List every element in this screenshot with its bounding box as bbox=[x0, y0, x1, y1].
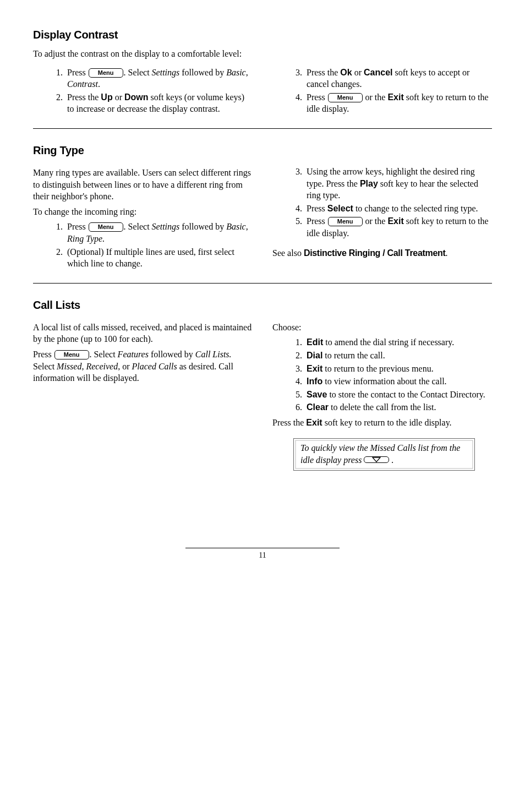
settings-text: Settings bbox=[152, 68, 180, 77]
text: or bbox=[352, 68, 364, 77]
text: to store the contact to the Contact Dire… bbox=[327, 390, 485, 399]
intro-call-lists: A local list of calls missed, received, … bbox=[33, 321, 253, 345]
dial-softkey: Dial bbox=[307, 351, 322, 360]
text: Press bbox=[67, 68, 88, 77]
exit-softkey: Exit bbox=[387, 216, 403, 226]
right-column: Using the arrow keys, highlight the desi… bbox=[272, 164, 492, 271]
placed-text: Placed Calls bbox=[132, 362, 177, 371]
page-number: 11 bbox=[33, 551, 492, 561]
choose-clear: Clear to delete the call from the list. bbox=[304, 401, 492, 413]
left-column: Many ring types are available. Users can… bbox=[33, 164, 253, 271]
text: to return the call. bbox=[322, 351, 385, 360]
text: Press bbox=[307, 92, 327, 102]
info-softkey: Info bbox=[307, 377, 322, 386]
text: Press bbox=[307, 216, 327, 226]
text: Press bbox=[307, 204, 327, 213]
text: . Select bbox=[124, 222, 152, 231]
features-text: Features bbox=[118, 350, 149, 359]
text: soft key to return to the idle display. bbox=[322, 418, 452, 427]
steps-right: Press the Ok or Cancel soft keys to acce… bbox=[272, 67, 492, 115]
select-softkey: Select bbox=[327, 204, 353, 213]
step-1: Press Menu. Select Settings followed by … bbox=[65, 67, 253, 90]
text: to change to the selected ring type. bbox=[353, 204, 478, 213]
text: or bbox=[120, 362, 132, 371]
menu-button-icon: Menu bbox=[54, 350, 89, 359]
text: Press the bbox=[307, 68, 340, 77]
text: to return to the previous menu. bbox=[322, 364, 433, 373]
svg-marker-0 bbox=[373, 457, 380, 462]
ok-softkey: Ok bbox=[340, 68, 352, 77]
step-2: (Optional) If multiple lines are used, f… bbox=[65, 246, 253, 270]
steps-left: Press Menu. Select Settings followed by … bbox=[33, 67, 253, 115]
menu-button-icon: Menu bbox=[328, 93, 363, 102]
see-also-topic: Distinctive Ringing / Call Treatment bbox=[304, 248, 446, 258]
text: Press bbox=[67, 222, 88, 231]
play-softkey: Play bbox=[360, 179, 378, 188]
intro-ring-type-1: Many ring types are available. Users can… bbox=[33, 167, 253, 203]
text: Press the bbox=[272, 418, 306, 427]
text: followed by bbox=[179, 68, 226, 77]
choose-edit: Edit to amend the dial string if necessa… bbox=[304, 336, 492, 348]
clear-softkey: Clear bbox=[307, 402, 329, 412]
footer-rule bbox=[185, 548, 340, 548]
cancel-softkey: Cancel bbox=[364, 68, 392, 77]
choose-label: Choose: bbox=[272, 321, 492, 334]
heading-display-contrast: Display Contrast bbox=[33, 28, 492, 42]
intro-ring-type-2: To change the incoming ring: bbox=[33, 206, 253, 218]
section-ring-type: Ring Type Many ring types are available.… bbox=[33, 143, 492, 271]
text: See also bbox=[272, 248, 304, 258]
step-3: Using the arrow keys, highlight the desi… bbox=[304, 166, 492, 201]
text: . Select bbox=[90, 350, 118, 359]
exit-softkey: Exit bbox=[387, 92, 403, 102]
tip-box: To quickly view the Missed Calls list fr… bbox=[293, 438, 475, 470]
menu-button-icon: Menu bbox=[328, 217, 363, 226]
left-column: A local list of calls missed, received, … bbox=[33, 318, 253, 471]
text: to amend the dial string if necessary. bbox=[323, 337, 454, 347]
section-divider bbox=[33, 128, 492, 129]
section-call-lists: Call Lists A local list of calls missed,… bbox=[33, 298, 492, 471]
up-softkey: Up bbox=[101, 92, 112, 102]
step-2: Press the Up or Down soft keys (or volum… bbox=[65, 91, 253, 115]
text: . bbox=[389, 455, 393, 465]
menu-button-icon: Menu bbox=[89, 68, 123, 78]
mrp-text: Missed, Received, bbox=[57, 362, 120, 371]
section-display-contrast: Display Contrast To adjust the contrast … bbox=[33, 28, 492, 116]
press-exit: Press the Exit soft key to return to the… bbox=[272, 417, 492, 429]
intro-display-contrast: To adjust the contrast on the display to… bbox=[33, 48, 242, 60]
right-column: Choose: Edit to amend the dial string if… bbox=[272, 318, 492, 471]
steps-left: Press Menu. Select Settings followed by … bbox=[33, 221, 253, 269]
text: Select bbox=[33, 362, 57, 371]
heading-call-lists: Call Lists bbox=[33, 298, 492, 313]
heading-ring-type: Ring Type bbox=[33, 143, 492, 158]
down-softkey: Down bbox=[124, 92, 149, 102]
choose-list: Edit to amend the dial string if necessa… bbox=[272, 336, 492, 413]
call-lists-instructions: Press Menu. Select Features followed by … bbox=[33, 348, 253, 384]
step-5: Press Menu or the Exit soft key to retur… bbox=[304, 215, 492, 239]
step-1: Press Menu. Select Settings followed by … bbox=[65, 221, 253, 244]
step-4: Press Select to change to the selected r… bbox=[304, 203, 492, 215]
text: Press bbox=[33, 350, 54, 359]
right-column: Press the Ok or Cancel soft keys to acce… bbox=[272, 64, 492, 116]
text: to delete the call from the list. bbox=[329, 402, 436, 412]
text: to view information about the call. bbox=[322, 377, 446, 386]
text: or the bbox=[363, 216, 388, 226]
choose-dial: Dial to return the call. bbox=[304, 350, 492, 362]
choose-exit: Exit to return to the previous menu. bbox=[304, 363, 492, 375]
settings-text: Settings bbox=[152, 222, 180, 231]
menu-button-icon: Menu bbox=[89, 222, 123, 232]
call-lists-text: Call Lists. bbox=[195, 350, 232, 359]
choose-info: Info to view information about the call. bbox=[304, 375, 492, 388]
text: . bbox=[446, 248, 448, 258]
down-arrow-button-icon bbox=[364, 456, 389, 463]
text: followed by bbox=[179, 222, 226, 231]
text: . Select bbox=[124, 68, 152, 77]
text: or bbox=[113, 92, 124, 102]
step-4: Press Menu or the Exit soft key to retur… bbox=[304, 91, 492, 115]
left-column: Press Menu. Select Settings followed by … bbox=[33, 64, 253, 116]
steps-right: Using the arrow keys, highlight the desi… bbox=[272, 166, 492, 239]
text: . bbox=[98, 79, 100, 89]
text: or the bbox=[363, 92, 388, 102]
edit-softkey: Edit bbox=[307, 337, 323, 347]
save-softkey: Save bbox=[307, 390, 327, 399]
text: followed by bbox=[149, 350, 195, 359]
